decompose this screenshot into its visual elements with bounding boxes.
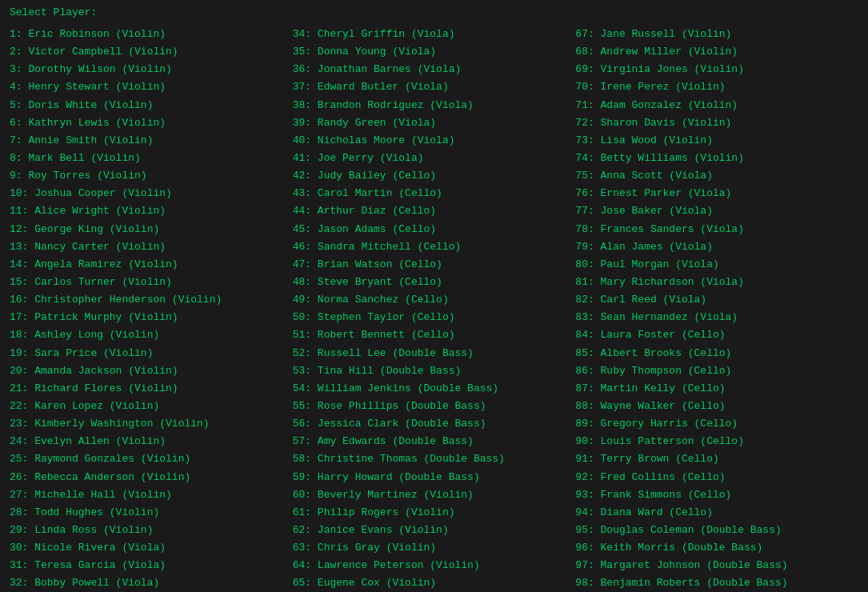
- list-item[interactable]: 86: Ruby Thompson (Cello): [575, 363, 858, 379]
- list-item[interactable]: 3: Dorothy Wilson (Violin): [10, 62, 293, 78]
- list-item[interactable]: 42: Judy Bailey (Cello): [293, 168, 576, 184]
- list-item[interactable]: 6: Kathryn Lewis (Violin): [10, 115, 293, 131]
- list-item[interactable]: 49: Norma Sanchez (Cello): [293, 292, 576, 308]
- list-item[interactable]: 10: Joshua Cooper (Violin): [10, 186, 293, 202]
- list-item[interactable]: 13: Nancy Carter (Violin): [10, 239, 293, 255]
- list-item[interactable]: 21: Richard Flores (Violin): [10, 381, 293, 397]
- list-item[interactable]: 90: Louis Patterson (Cello): [575, 434, 858, 450]
- list-item[interactable]: 95: Douglas Coleman (Double Bass): [575, 522, 858, 538]
- list-item[interactable]: 50: Stephen Taylor (Cello): [293, 310, 576, 326]
- list-item[interactable]: 20: Amanda Jackson (Violin): [10, 363, 293, 379]
- list-item[interactable]: 4: Henry Stewart (Violin): [10, 79, 293, 95]
- list-item[interactable]: 57: Amy Edwards (Double Bass): [293, 434, 576, 450]
- list-item[interactable]: 39: Randy Green (Viola): [293, 115, 576, 131]
- list-item[interactable]: 56: Jessica Clark (Double Bass): [293, 416, 576, 432]
- list-item[interactable]: 67: Jane Russell (Violin): [575, 26, 858, 42]
- list-item[interactable]: 71: Adam Gonzalez (Violin): [575, 98, 858, 114]
- list-item[interactable]: 72: Sharon Davis (Violin): [575, 115, 858, 131]
- list-item[interactable]: 25: Raymond Gonzales (Violin): [10, 451, 293, 467]
- list-item[interactable]: 32: Bobby Powell (Viola): [10, 575, 293, 591]
- list-item[interactable]: 76: Ernest Parker (Viola): [575, 186, 858, 202]
- list-item[interactable]: 74: Betty Williams (Violin): [575, 150, 858, 166]
- list-item[interactable]: 15: Carlos Turner (Violin): [10, 274, 293, 290]
- list-item[interactable]: 82: Carl Reed (Viola): [575, 292, 858, 308]
- list-item[interactable]: 46: Sandra Mitchell (Cello): [293, 239, 576, 255]
- list-item[interactable]: 52: Russell Lee (Double Bass): [293, 346, 576, 362]
- list-item[interactable]: 18: Ashley Long (Violin): [10, 327, 293, 343]
- list-item[interactable]: 16: Christopher Henderson (Violin): [10, 292, 293, 308]
- list-item[interactable]: 7: Annie Smith (Violin): [10, 133, 293, 149]
- list-item[interactable]: 37: Edward Butler (Viola): [293, 79, 576, 95]
- list-item[interactable]: 14: Angela Ramirez (Violin): [10, 257, 293, 273]
- list-item[interactable]: 35: Donna Young (Viola): [293, 44, 576, 60]
- list-item[interactable]: 93: Frank Simmons (Cello): [575, 487, 858, 503]
- list-item[interactable]: 97: Margaret Johnson (Double Bass): [575, 558, 858, 574]
- list-item[interactable]: 2: Victor Campbell (Violin): [10, 44, 293, 60]
- list-item[interactable]: 27: Michelle Hall (Violin): [10, 487, 293, 503]
- list-item[interactable]: 38: Brandon Rodriguez (Viola): [293, 98, 576, 114]
- list-item[interactable]: 36: Jonathan Barnes (Viola): [293, 62, 576, 78]
- list-item[interactable]: 84: Laura Foster (Cello): [575, 327, 858, 343]
- list-item[interactable]: 47: Brian Watson (Cello): [293, 257, 576, 273]
- list-item[interactable]: 8: Mark Bell (Violin): [10, 150, 293, 166]
- list-item[interactable]: 83: Sean Hernandez (Viola): [575, 310, 858, 326]
- list-item[interactable]: 12: George King (Violin): [10, 222, 293, 238]
- list-item[interactable]: 78: Frances Sanders (Viola): [575, 222, 858, 238]
- list-item[interactable]: 31: Teresa Garcia (Viola): [10, 558, 293, 574]
- list-item[interactable]: 88: Wayne Walker (Cello): [575, 398, 858, 414]
- list-item[interactable]: 61: Philip Rogers (Violin): [293, 505, 576, 521]
- list-item[interactable]: 43: Carol Martin (Cello): [293, 186, 576, 202]
- list-item[interactable]: 94: Diana Ward (Cello): [575, 505, 858, 521]
- list-item[interactable]: 44: Arthur Diaz (Cello): [293, 203, 576, 219]
- list-item[interactable]: 62: Janice Evans (Violin): [293, 522, 576, 538]
- list-item[interactable]: 85: Albert Brooks (Cello): [575, 346, 858, 362]
- list-item[interactable]: 30: Nicole Rivera (Viola): [10, 540, 293, 556]
- list-item[interactable]: 91: Terry Brown (Cello): [575, 451, 858, 467]
- page-header: Select Player:: [10, 6, 858, 18]
- list-item[interactable]: 51: Robert Bennett (Cello): [293, 327, 576, 343]
- list-item[interactable]: 64: Lawrence Peterson (Violin): [293, 558, 576, 574]
- list-item[interactable]: 77: Jose Baker (Viola): [575, 203, 858, 219]
- list-item[interactable]: 23: Kimberly Washington (Violin): [10, 416, 293, 432]
- list-item[interactable]: 96: Keith Morris (Double Bass): [575, 540, 858, 556]
- list-item[interactable]: 28: Todd Hughes (Violin): [10, 505, 293, 521]
- list-item[interactable]: 53: Tina Hill (Double Bass): [293, 363, 576, 379]
- list-item[interactable]: 80: Paul Morgan (Viola): [575, 257, 858, 273]
- list-item[interactable]: 75: Anna Scott (Viola): [575, 168, 858, 184]
- list-item[interactable]: 19: Sara Price (Violin): [10, 346, 293, 362]
- list-item[interactable]: 89: Gregory Harris (Cello): [575, 416, 858, 432]
- list-item[interactable]: 70: Irene Perez (Violin): [575, 79, 858, 95]
- list-item[interactable]: 29: Linda Ross (Violin): [10, 522, 293, 538]
- list-item[interactable]: 59: Harry Howard (Double Bass): [293, 470, 576, 486]
- list-item[interactable]: 69: Virginia Jones (Violin): [575, 62, 858, 78]
- list-item[interactable]: 22: Karen Lopez (Violin): [10, 398, 293, 414]
- list-item[interactable]: 48: Steve Bryant (Cello): [293, 274, 576, 290]
- list-item[interactable]: 40: Nicholas Moore (Viola): [293, 133, 576, 149]
- list-item[interactable]: 54: William Jenkins (Double Bass): [293, 381, 576, 397]
- list-item[interactable]: 58: Christine Thomas (Double Bass): [293, 451, 576, 467]
- list-item[interactable]: 73: Lisa Wood (Violin): [575, 133, 858, 149]
- list-item[interactable]: 81: Mary Richardson (Viola): [575, 274, 858, 290]
- list-item[interactable]: 34: Cheryl Griffin (Viola): [293, 26, 576, 42]
- list-item[interactable]: 55: Rose Phillips (Double Bass): [293, 398, 576, 414]
- list-item[interactable]: 11: Alice Wright (Violin): [10, 203, 293, 219]
- list-item[interactable]: 26: Rebecca Anderson (Violin): [10, 470, 293, 486]
- select-player-label: Select Player:: [10, 6, 97, 18]
- list-item[interactable]: 5: Doris White (Violin): [10, 98, 293, 114]
- list-item[interactable]: 41: Joe Perry (Viola): [293, 150, 576, 166]
- list-item[interactable]: 79: Alan James (Viola): [575, 239, 858, 255]
- list-item[interactable]: 9: Roy Torres (Violin): [10, 168, 293, 184]
- list-item[interactable]: 17: Patrick Murphy (Violin): [10, 310, 293, 326]
- list-item[interactable]: 65: Eugene Cox (Violin): [293, 575, 576, 591]
- list-item[interactable]: 92: Fred Collins (Cello): [575, 470, 858, 486]
- list-item[interactable]: 24: Evelyn Allen (Violin): [10, 434, 293, 450]
- list-item[interactable]: 60: Beverly Martinez (Violin): [293, 487, 576, 503]
- list-item[interactable]: 1: Eric Robinson (Violin): [10, 26, 293, 42]
- list-item[interactable]: 45: Jason Adams (Cello): [293, 222, 576, 238]
- player-list: 1: Eric Robinson (Violin)34: Cheryl Grif…: [10, 26, 858, 592]
- list-item[interactable]: 87: Martin Kelly (Cello): [575, 381, 858, 397]
- list-item[interactable]: 98: Benjamin Roberts (Double Bass): [575, 575, 858, 591]
- list-item[interactable]: 68: Andrew Miller (Violin): [575, 44, 858, 60]
- list-item[interactable]: 63: Chris Gray (Violin): [293, 540, 576, 556]
